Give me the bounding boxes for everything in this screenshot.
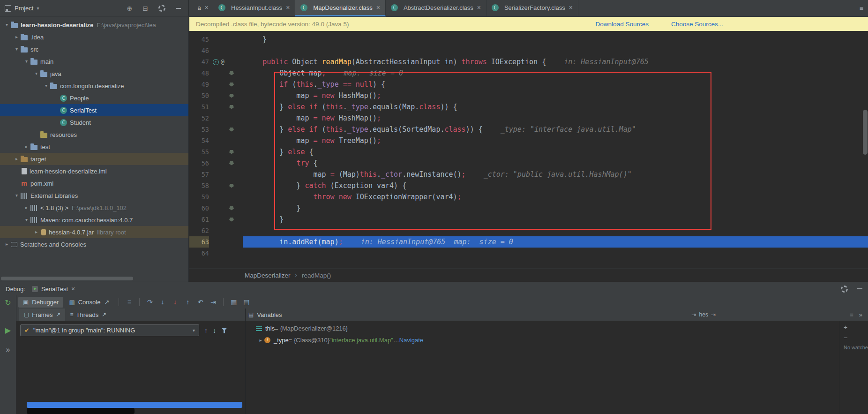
fold-marker-icon[interactable] bbox=[229, 128, 234, 132]
tree-item[interactable]: ▾External Libraries bbox=[0, 189, 188, 202]
download-sources-link[interactable]: Download Sources bbox=[596, 21, 649, 28]
line-number[interactable]: 62 bbox=[189, 225, 209, 236]
locate-file-icon[interactable]: ⊕ bbox=[127, 5, 133, 12]
code-text[interactable]: } bbox=[243, 214, 868, 225]
settings-layout-icon[interactable]: ▤ bbox=[240, 299, 253, 305]
debug-session-tab[interactable]: SerialTest × bbox=[32, 286, 75, 293]
project-hscrollbar[interactable] bbox=[1, 277, 133, 280]
tree-toggle-icon[interactable]: ▸ bbox=[32, 230, 40, 234]
force-step-into-icon[interactable]: ↓ bbox=[169, 299, 181, 305]
step-over-icon[interactable]: ↷ bbox=[143, 299, 156, 305]
code-line[interactable]: 52 map = new HashMap(); bbox=[189, 113, 868, 124]
line-number[interactable]: 53 bbox=[189, 124, 209, 135]
tree-toggle-icon[interactable]: ▾ bbox=[3, 23, 11, 27]
code-text[interactable]: public Object readMap(AbstractHessianInp… bbox=[243, 56, 868, 68]
line-number[interactable]: 48 bbox=[189, 68, 209, 79]
tree-item[interactable]: resources bbox=[0, 128, 188, 141]
tree-item[interactable]: ▸hessian-4.0.7.jarlibrary root bbox=[0, 226, 188, 238]
tree-toggle-icon[interactable]: ▸ bbox=[22, 205, 30, 210]
next-frame-icon[interactable]: ↓ bbox=[213, 327, 216, 334]
line-number[interactable]: 50 bbox=[189, 90, 209, 101]
line-number[interactable]: 58 bbox=[189, 180, 209, 191]
editor-tab[interactable]: CMapDeserializer.class× bbox=[295, 0, 386, 16]
tree-item[interactable]: mpom.xml bbox=[0, 177, 188, 189]
code-line[interactable]: 58 } catch (Exception var4) { bbox=[189, 180, 868, 191]
line-number[interactable]: 61 bbox=[189, 214, 209, 225]
frames-hscrollbar-thumb[interactable] bbox=[27, 402, 242, 408]
breadcrumb-class[interactable]: MapDeserializer bbox=[245, 272, 291, 279]
line-number[interactable]: 56 bbox=[189, 158, 209, 169]
tree-item[interactable]: CSerialTest bbox=[0, 104, 188, 116]
pin-left-icon[interactable]: ⇥ bbox=[692, 312, 696, 317]
step-out-icon[interactable]: ↑ bbox=[181, 299, 194, 305]
tree-item[interactable]: ▸< 1.8 (3) >F:\java\jdk1.8.0_102 bbox=[0, 202, 188, 214]
tree-toggle-icon[interactable]: ▾ bbox=[42, 83, 50, 88]
fold-marker-icon[interactable] bbox=[229, 83, 234, 87]
line-number[interactable]: 47 bbox=[189, 56, 209, 68]
resume-program-icon[interactable]: ▶ bbox=[5, 327, 11, 334]
code-text[interactable]: in.addRef(map);in: HessianInput@765 map:… bbox=[243, 236, 868, 248]
tree-toggle-icon[interactable]: ▸ bbox=[13, 157, 21, 161]
code-line[interactable]: 56 try { bbox=[189, 158, 868, 169]
code-text[interactable] bbox=[243, 225, 868, 236]
run-to-cursor-icon[interactable]: ⇥ bbox=[207, 299, 219, 305]
expand-toggle-icon[interactable]: ▸ bbox=[257, 338, 264, 343]
hide-panel-icon[interactable] bbox=[176, 8, 181, 9]
code-line[interactable]: 45 } bbox=[189, 34, 868, 45]
code-text[interactable] bbox=[243, 248, 868, 259]
code-text[interactable]: throw new IOExceptionWrapper(var4); bbox=[243, 191, 868, 203]
drop-frame-icon[interactable]: ↶ bbox=[194, 299, 207, 305]
code-text[interactable]: } bbox=[243, 34, 868, 45]
tree-item[interactable]: ▾learn-hession-deserializeF:\java\javapr… bbox=[0, 19, 188, 31]
show-execution-point-icon[interactable]: ≡ bbox=[123, 299, 135, 305]
tab-close-icon[interactable]: × bbox=[286, 4, 290, 11]
add-watch-icon[interactable]: + bbox=[844, 324, 847, 331]
tree-item[interactable]: ▾java bbox=[0, 68, 188, 80]
fold-marker-icon[interactable] bbox=[229, 218, 234, 222]
fold-marker-icon[interactable] bbox=[229, 184, 234, 188]
line-number[interactable]: 57 bbox=[189, 169, 209, 180]
code-text[interactable] bbox=[243, 45, 868, 56]
line-number[interactable]: 64 bbox=[189, 248, 209, 259]
popout-icon[interactable]: ↗ bbox=[104, 299, 109, 305]
tree-toggle-icon[interactable]: ▾ bbox=[32, 71, 40, 76]
project-settings-icon[interactable] bbox=[158, 5, 165, 12]
tree-item[interactable]: ▸Scratches and Consoles bbox=[0, 238, 188, 250]
variable-row[interactable]: ▸f_type = {Class@310} "interface java.ut… bbox=[246, 334, 868, 346]
line-number[interactable]: 45 bbox=[189, 34, 209, 45]
popout-icon[interactable]: ↗ bbox=[56, 312, 60, 317]
prev-frame-icon[interactable]: ↑ bbox=[204, 327, 208, 334]
code-line[interactable]: 60 } bbox=[189, 203, 868, 214]
fold-marker-icon[interactable] bbox=[229, 94, 234, 98]
line-number[interactable]: 63 bbox=[189, 236, 209, 248]
tree-item[interactable]: ▾main bbox=[0, 55, 188, 68]
tree-toggle-icon[interactable]: ▾ bbox=[13, 47, 21, 52]
code-line[interactable]: 62 bbox=[189, 225, 868, 236]
line-number[interactable]: 51 bbox=[189, 101, 209, 113]
thread-selector[interactable]: ✔ "main"@1 in group "main": RUNNING ▾ bbox=[20, 324, 199, 336]
line-number[interactable]: 59 bbox=[189, 191, 209, 203]
more-options-icon[interactable]: » bbox=[859, 312, 862, 318]
tree-toggle-icon[interactable]: ▸ bbox=[13, 35, 21, 39]
line-number[interactable]: 52 bbox=[189, 113, 209, 124]
fold-marker-icon[interactable] bbox=[229, 71, 234, 75]
tree-item[interactable]: ▸test bbox=[0, 141, 188, 153]
line-number[interactable]: 49 bbox=[189, 79, 209, 90]
tree-item[interactable]: ▾src bbox=[0, 43, 188, 55]
code-text[interactable]: } bbox=[243, 203, 868, 214]
pin-right-icon[interactable]: ⇥ bbox=[711, 312, 716, 317]
breadcrumb-method[interactable]: readMap() bbox=[302, 272, 331, 279]
step-into-icon[interactable]: ↓ bbox=[156, 299, 169, 305]
code-line[interactable]: 48 Object map;map: size = 0 bbox=[189, 68, 868, 79]
close-session-icon[interactable]: × bbox=[71, 286, 75, 292]
debug-settings-icon[interactable] bbox=[841, 286, 848, 293]
editor-tab[interactable]: a× bbox=[189, 0, 213, 16]
code-line[interactable]: 46 bbox=[189, 45, 868, 56]
code-text[interactable]: Object map;map: size = 0 bbox=[243, 68, 868, 79]
code-line[interactable]: 64 bbox=[189, 248, 868, 259]
tab-threads[interactable]: ≡Threads↗ bbox=[65, 309, 111, 321]
project-panel-title[interactable]: Project bbox=[15, 5, 33, 12]
code-line[interactable]: 54 map = new TreeMap(); bbox=[189, 135, 868, 146]
editor-vscrollbar[interactable] bbox=[863, 110, 868, 155]
filter-icon[interactable] bbox=[221, 328, 227, 333]
